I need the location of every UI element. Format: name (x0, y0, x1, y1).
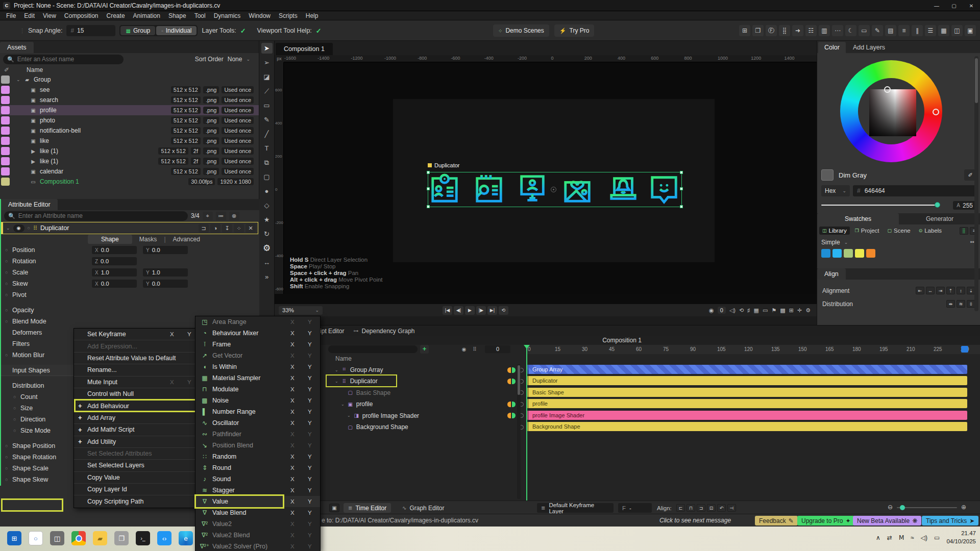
connections-icon[interactable]: ⊐ (199, 224, 209, 233)
demo-scenes-button[interactable]: ⁘Demo Scenes (493, 24, 549, 37)
submenu-item-value-blend[interactable]: ∇ Value Blend XY (195, 507, 320, 518)
keyframe-circle-icon[interactable]: ○ (13, 428, 16, 433)
line-tool[interactable]: ╱ (261, 129, 273, 139)
layout-icon[interactable]: ⊞ (789, 307, 794, 314)
submenu-item-frame[interactable]: ⊺ Frame XY (195, 339, 320, 350)
more-icon[interactable]: ⋯ (832, 25, 843, 36)
attr-field-z[interactable]: Z0.0 (92, 257, 137, 265)
attr-field-x[interactable]: X1.0 (92, 268, 137, 277)
new-beta-available-button[interactable]: New Beta Available❋ (853, 516, 921, 525)
submenu-item-sound[interactable]: ♪ Sound XY (195, 473, 320, 485)
explorer-icon[interactable]: ❐ (114, 531, 129, 545)
lib-tab-labels[interactable]: ⊙Labels (916, 227, 945, 235)
keyframe-circle-icon[interactable]: ○ (5, 353, 8, 358)
prev-frame-icon[interactable]: ◀| (454, 306, 463, 315)
submenu-item-position-blend[interactable]: ↘ Position Blend XY (195, 440, 320, 451)
assets-tab[interactable]: Assets (0, 42, 34, 53)
kf-align-icon-0[interactable]: ⊏ (676, 504, 685, 512)
perspective-tool[interactable]: ⧉ (261, 157, 273, 168)
pin-icon[interactable]: ↧ (222, 224, 232, 233)
time-editor-tab[interactable]: ≣Time Editor (344, 503, 391, 513)
kf-align-icon-5[interactable]: ⊣ (727, 504, 736, 512)
viewport-help-check-icon[interactable]: ✓ (316, 27, 322, 35)
attribute-search-field[interactable]: 🔍 (4, 211, 188, 221)
bars-icon[interactable]: ∥ (912, 25, 923, 36)
terminal-icon[interactable]: ›_ (136, 531, 150, 545)
track-bar-basic-shape[interactable]: Basic Shape (527, 388, 967, 397)
handle-tl[interactable] (427, 171, 430, 174)
attribute-search-input[interactable] (18, 212, 161, 219)
submenu-item-noise[interactable]: ▩ Noise XY (195, 395, 320, 406)
attr-row-position[interactable]: ○ Position X0.0Y0.0 (1, 244, 259, 256)
asset-swatch[interactable] (1, 116, 10, 124)
layer-filter-field[interactable] (328, 345, 418, 353)
track-bar-duplicator[interactable]: Duplicator (527, 376, 967, 385)
tab-add-layers[interactable]: Add Layers (847, 42, 891, 53)
track-bar-background-shape[interactable]: Background Shape (527, 422, 967, 431)
menu-shape[interactable]: Shape (164, 12, 190, 19)
try-pro-button[interactable]: ⚡Try Pro (554, 24, 595, 37)
keyframe-circle-icon[interactable]: ○ (5, 281, 8, 286)
align-icon-4[interactable]: ↕ (957, 287, 965, 294)
menu-view[interactable]: View (39, 12, 60, 19)
import-icon[interactable]: ➜ (792, 25, 803, 36)
camera-icon[interactable]: ◉ (709, 307, 714, 314)
current-color-swatch[interactable] (821, 169, 834, 181)
solo-circle-icon[interactable]: ○ (28, 226, 30, 231)
color-swatch[interactable] (844, 249, 853, 258)
hue-handle[interactable] (933, 109, 939, 115)
menu-composition[interactable]: Composition (60, 12, 103, 19)
handle-ml[interactable] (427, 187, 430, 190)
rows-icon[interactable]: ☰ (925, 25, 936, 36)
chevron-down-icon[interactable]: ⌄ (6, 226, 10, 231)
stack-icon[interactable]: ⠿ (470, 345, 479, 353)
gear-icon[interactable]: ⚙ (805, 307, 811, 314)
color-swatch[interactable] (832, 249, 842, 258)
layer-row-basic-shape[interactable]: ⌄ ▢ Basic Shape (326, 387, 527, 398)
tray-media-icon[interactable]: Ⅿ (899, 534, 904, 541)
text-tool[interactable]: T (261, 143, 273, 154)
align-icon-2[interactable]: ⇥ (936, 287, 945, 294)
swatch-category[interactable]: Simple (821, 239, 840, 246)
submenu-item-behaviour-mixer[interactable]: ◔ Behaviour Mixer XY (195, 328, 320, 339)
zoom-in-icon[interactable]: ⊕ (961, 504, 966, 511)
grid-icon[interactable]: ⊞ (739, 25, 750, 36)
menu-tool[interactable]: Tool (190, 12, 210, 19)
menu-edit[interactable]: Edit (20, 12, 39, 19)
kf-align-icon-2[interactable]: ⊐ (697, 504, 705, 512)
handle-bl[interactable] (427, 205, 430, 208)
outliner-scrollbar[interactable] (517, 364, 521, 499)
asset-row-search[interactable]: ▣ search 512 x 512.pngUsed once (0, 95, 259, 105)
attr-field-y[interactable]: Y0.0 (143, 280, 188, 288)
stack-icon[interactable]: ≔ (216, 212, 226, 220)
menu-create[interactable]: Create (103, 12, 129, 19)
align-icon-0[interactable]: ⇤ (916, 287, 924, 294)
asset-swatch[interactable] (1, 76, 10, 84)
keyframe-circle-icon[interactable]: ○ (5, 247, 8, 253)
menu-animation[interactable]: Animation (129, 12, 164, 19)
start-button[interactable]: ⊞ (7, 531, 21, 545)
close-icon[interactable]: ✕ (246, 224, 256, 233)
asset-swatch[interactable] (1, 86, 10, 94)
pen-tool[interactable]: ✎ (261, 114, 273, 125)
asset-swatch[interactable] (1, 96, 10, 104)
color-swatch[interactable] (866, 249, 875, 258)
play-icon[interactable]: ▶ (465, 306, 475, 315)
keyframe-circle-icon[interactable]: ○ (5, 308, 8, 313)
attr-row-skew[interactable]: ○ Skew X0.0Y0.0 (1, 278, 259, 289)
sort-order-value[interactable]: None (228, 56, 242, 63)
star-tool[interactable]: ★ (261, 214, 273, 225)
asset-swatch[interactable] (1, 147, 10, 155)
individual-toggle[interactable]: ▫Individual (156, 26, 197, 35)
attr-field-y[interactable]: Y0.0 (143, 246, 188, 254)
graph-editor-tab[interactable]: ∿Graph Editor (398, 503, 449, 513)
layer-toggles[interactable] (507, 367, 516, 373)
keyframe-circle-icon[interactable]: ○ (13, 417, 16, 422)
chrome-icon[interactable] (71, 531, 86, 545)
direct-select-tool[interactable]: ➢ (261, 57, 273, 68)
vscode-icon[interactable]: ‹› (157, 531, 172, 545)
attr-row-opacity[interactable]: ○ Opacity (1, 305, 259, 316)
status-notice[interactable]: Click to see next message (659, 517, 731, 524)
submenu-item-material-sampler[interactable]: ▦ Material Sampler XY (195, 372, 320, 384)
flag-icon[interactable]: ⚑ (771, 307, 776, 314)
